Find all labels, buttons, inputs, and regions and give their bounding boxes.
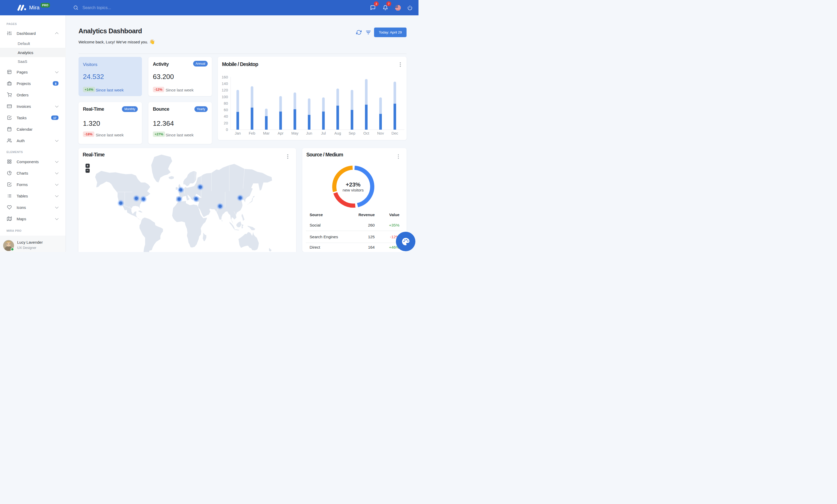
- svg-text:140: 140: [222, 81, 228, 86]
- svg-text:Sep: Sep: [349, 131, 355, 135]
- svg-text:60: 60: [224, 108, 228, 112]
- svg-text:Apr: Apr: [278, 131, 284, 135]
- svg-text:May: May: [291, 131, 299, 135]
- svg-text:Jun: Jun: [306, 131, 312, 135]
- svg-text:40: 40: [224, 114, 228, 118]
- svg-text:Nov: Nov: [377, 131, 384, 135]
- svg-text:Oct: Oct: [363, 131, 369, 135]
- svg-text:Dec: Dec: [391, 131, 398, 135]
- svg-text:Mar: Mar: [263, 131, 270, 135]
- svg-text:0: 0: [226, 128, 228, 132]
- svg-text:160: 160: [222, 75, 228, 79]
- svg-text:80: 80: [224, 101, 228, 106]
- svg-text:Jul: Jul: [321, 131, 326, 135]
- svg-text:Jan: Jan: [235, 131, 241, 135]
- svg-text:20: 20: [224, 121, 228, 125]
- svg-text:Feb: Feb: [249, 131, 255, 135]
- svg-text:120: 120: [222, 88, 228, 92]
- svg-text:Aug: Aug: [334, 131, 341, 135]
- svg-text:100: 100: [222, 95, 228, 99]
